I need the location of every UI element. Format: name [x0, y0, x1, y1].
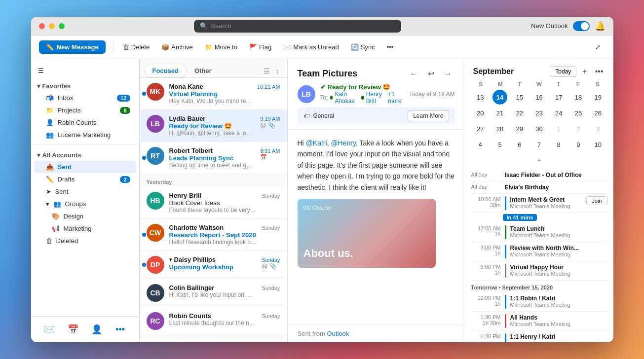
inbox-badge: 12	[117, 95, 130, 102]
cal-all-day-event: All day Elvia's Birthday	[471, 181, 607, 194]
message-meta: Henry Brill Book Cover Ideas Found these…	[169, 192, 257, 214]
cal-day[interactable]: 3	[591, 121, 606, 136]
event-title: 1:1 Henry / Katri	[510, 333, 607, 340]
cal-expand-button[interactable]: ⌃	[465, 156, 613, 169]
message-item[interactable]: RT Robert Tolbert Leads Planning Sync Se…	[140, 142, 287, 174]
expand-button[interactable]: ⤢	[590, 41, 606, 53]
calendar-more-button[interactable]: •••	[593, 66, 606, 77]
flag-button[interactable]: 🚩 Flag	[244, 41, 276, 53]
close-button[interactable]	[39, 23, 45, 29]
cal-day[interactable]: 8	[551, 137, 566, 152]
message-item[interactable]: CW Charlotte Waltson Research Report - S…	[140, 219, 287, 251]
cal-day[interactable]: 5	[492, 137, 507, 152]
move-to-button[interactable]: 📁 Move to	[200, 41, 242, 53]
cal-day[interactable]: 10	[591, 137, 606, 152]
cal-day[interactable]: 19	[591, 90, 606, 105]
tab-other[interactable]: Other	[188, 64, 219, 77]
message-item[interactable]: MK Mona Kane Virtual Planning Hey Katri,…	[140, 78, 287, 110]
message-item[interactable]: CB Colin Ballinger Hi Katri, I'd like yo…	[140, 279, 287, 307]
cal-day[interactable]: 20	[473, 106, 488, 120]
cal-day[interactable]: 24·	[551, 106, 566, 120]
new-outlook-toggle[interactable]	[573, 21, 590, 31]
avatar: CW	[147, 224, 164, 242]
reply-button[interactable]: ↩	[425, 67, 437, 80]
more-toolbar-button[interactable]: •••	[382, 41, 399, 53]
sidebar-item-design[interactable]: 🎨 Design	[34, 210, 136, 222]
cal-day[interactable]: 2	[571, 121, 586, 136]
archive-button[interactable]: 📦 Archive	[156, 41, 197, 53]
cal-day[interactable]: 17	[551, 90, 566, 105]
search-bar[interactable]: 🔍 Search	[194, 20, 401, 33]
calendar-nav-icon[interactable]: 📅	[65, 322, 81, 337]
mark-unread-button[interactable]: ✉️ Mark as Unread	[278, 41, 343, 53]
chevron-down-icon2: ▾	[37, 151, 40, 159]
sidebar: ☰ ▾ Favorites 📬 Inbox 12 📁 Projects 8 👤 …	[31, 59, 140, 342]
sync-button[interactable]: 🔄 Sync	[346, 41, 380, 53]
event-title: Team Lunch	[510, 225, 607, 232]
cal-day[interactable]: 9	[571, 137, 586, 152]
cal-event: 3:00 PM 1h Review with North Win... Micr…	[471, 242, 607, 261]
message-time: Sunday	[262, 257, 280, 263]
filter-button[interactable]: ☰	[262, 66, 272, 76]
sidebar-item-inbox[interactable]: 📬 Inbox 12	[34, 92, 136, 104]
delete-button[interactable]: 🗑 Delete	[118, 41, 155, 53]
cal-day[interactable]: 29	[512, 121, 527, 136]
cal-event-tomorrow: 1:30 PM 1:1 Henry / Katri	[471, 331, 607, 342]
message-item[interactable]: LB Lydia Bauer Ready for Review 🤩 Hi @Ka…	[140, 110, 287, 142]
mail-nav-icon[interactable]: ✉️	[41, 322, 57, 337]
maximize-button[interactable]	[59, 23, 65, 29]
cal-day[interactable]: 23	[531, 106, 546, 120]
cal-day[interactable]: 6	[512, 137, 527, 152]
add-event-button[interactable]: +	[580, 66, 589, 77]
message-item[interactable]: RC Robin Counts Last minute thoughts our…	[140, 307, 287, 335]
cal-event-tomorrow: 12:00 PM 1h 1:1 Robin / Katri Microsoft …	[471, 292, 607, 312]
cal-day[interactable]: 26	[591, 106, 606, 120]
tab-focused[interactable]: Focused	[146, 64, 186, 77]
event-color-bar	[505, 225, 506, 239]
cal-day[interactable]: 15	[512, 90, 527, 105]
sidebar-item-robin[interactable]: 👤 Robin Counts	[34, 116, 136, 129]
learn-more-button[interactable]: Learn More	[408, 110, 449, 121]
cal-day[interactable]: 27	[473, 121, 488, 136]
minimize-button[interactable]	[49, 23, 55, 29]
sort-button[interactable]: ↕	[274, 66, 281, 76]
new-message-button[interactable]: ✏️ New Message	[39, 40, 106, 54]
cal-day-today[interactable]: 14	[492, 90, 507, 105]
cal-day[interactable]: 4	[473, 137, 488, 152]
cal-day[interactable]: 28	[492, 121, 507, 136]
sidebar-item-groups[interactable]: ▾ 👥 Groups	[34, 198, 136, 210]
event-info: Intern Meet & Greet Microsoft Teams Meet…	[510, 196, 583, 209]
event-subtitle: Microsoft Teams Meeting	[510, 232, 607, 238]
avatar: MK	[147, 83, 164, 101]
cal-day[interactable]: 30	[531, 121, 546, 136]
sidebar-item-deleted[interactable]: 🗑 Deleted	[34, 235, 136, 247]
forward-button[interactable]: →	[441, 67, 455, 80]
sidebar-item-marketing[interactable]: 📢 Marketing	[34, 222, 136, 235]
hamburger-menu-button[interactable]: ☰	[34, 63, 48, 78]
today-button[interactable]: Today	[550, 66, 576, 77]
event-info: 1:1 Henry / Katri	[510, 333, 607, 340]
sidebar-item-projects[interactable]: 📁 Projects 8	[34, 104, 136, 116]
cal-day[interactable]: 18	[571, 90, 586, 105]
cal-day[interactable]: 22	[512, 106, 527, 120]
sidebar-item-sent2[interactable]: ➤ Sent	[34, 185, 136, 198]
sidebar-item-drafts[interactable]: ✏️ Drafts 2	[34, 173, 136, 185]
sidebar-item-sent[interactable]: 📤 Sent	[34, 161, 136, 173]
back-button[interactable]: ←	[407, 67, 421, 80]
outlook-link[interactable]: Outlook	[327, 330, 349, 337]
people-nav-icon[interactable]: 👤	[89, 322, 105, 337]
cal-day[interactable]: 13	[473, 90, 488, 105]
groups-icon: 👥	[53, 200, 61, 208]
cal-day[interactable]: 21	[492, 106, 507, 120]
cal-day[interactable]: 25	[571, 106, 586, 120]
cal-day[interactable]: 1	[551, 121, 566, 136]
message-item[interactable]: DP ▾ Daisy Phillips Upcoming Workshop Su…	[140, 251, 287, 279]
titlebar: 🔍 Search New Outlook 🔔	[31, 17, 613, 36]
cal-day[interactable]: 16	[531, 90, 546, 105]
join-button[interactable]: Join	[586, 196, 607, 205]
notifications-icon[interactable]: 🔔	[595, 21, 606, 32]
cal-day[interactable]: 7	[531, 137, 546, 152]
message-item[interactable]: HB Henry Brill Book Cover Ideas Found th…	[140, 187, 287, 219]
sidebar-item-lucerne[interactable]: 👥 Lucerne Marketing	[34, 129, 136, 141]
more-nav-icon[interactable]: •••	[113, 322, 128, 337]
